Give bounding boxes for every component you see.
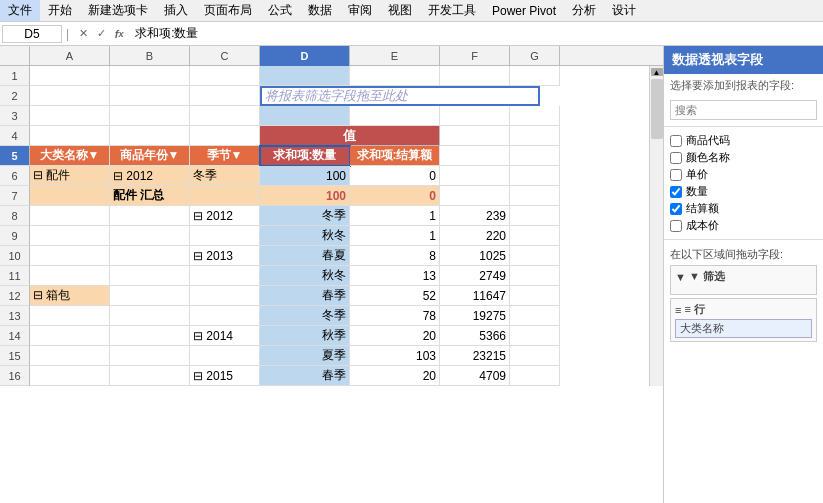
cell-g8[interactable] [510,206,560,226]
menu-powerpivot[interactable]: Power Pivot [484,2,564,20]
cell-a11[interactable] [30,266,110,286]
cell-e13[interactable]: 78 [350,306,440,326]
cell-d16[interactable]: 春季 [260,366,350,386]
field-item-4[interactable]: 数量 [670,183,817,200]
menu-formula[interactable]: 公式 [260,0,300,21]
field-checkbox-2[interactable] [670,152,682,164]
cell-b4[interactable] [110,126,190,146]
cell-a12[interactable]: ⊟ 箱包 [30,286,110,306]
cell-b3[interactable] [110,106,190,126]
cell-e5[interactable]: 求和项:结算额 [350,146,440,166]
cell-e7[interactable]: 0 [350,186,440,206]
cell-d12[interactable]: 春季 [260,286,350,306]
cell-b15[interactable] [110,346,190,366]
cell-e9[interactable]: 1 [350,226,440,246]
cell-a6[interactable]: ⊟ 配件 [30,166,110,186]
cell-f16[interactable]: 4709 [440,366,510,386]
cell-d9[interactable]: 秋冬 [260,226,350,246]
field-checkbox-1[interactable] [670,135,682,147]
cell-f1[interactable] [440,66,510,86]
insert-function-icon[interactable]: fx [111,26,127,42]
cell-e16[interactable]: 20 [350,366,440,386]
field-item-1[interactable]: 商品代码 [670,132,817,149]
cell-d10[interactable]: 春夏 [260,246,350,266]
cell-c2[interactable] [190,86,260,106]
row-box[interactable]: ≡ ≡ 行 大类名称 [670,298,817,342]
cell-a2[interactable] [30,86,110,106]
cell-c6[interactable]: 冬季 [190,166,260,186]
cell-b14[interactable] [110,326,190,346]
cell-f13[interactable]: 19275 [440,306,510,326]
col-header-f[interactable]: F [440,46,510,66]
confirm-formula-icon[interactable]: ✓ [93,26,109,42]
cell-d7[interactable]: 100 [260,186,350,206]
cell-f7[interactable] [440,186,510,206]
menu-devtools[interactable]: 开发工具 [420,0,484,21]
cell-a1[interactable] [30,66,110,86]
cell-a4[interactable] [30,126,110,146]
cell-d11[interactable]: 秋冬 [260,266,350,286]
cell-e8[interactable]: 1 [350,206,440,226]
cell-g9[interactable] [510,226,560,246]
cell-d3[interactable] [260,106,350,126]
cell-c14[interactable]: ⊟ 2014 [190,326,260,346]
cell-f4[interactable] [440,126,510,146]
menu-pagelayout[interactable]: 页面布局 [196,0,260,21]
col-header-d[interactable]: D [260,46,350,66]
col-header-e[interactable]: E [350,46,440,66]
cell-b11[interactable] [110,266,190,286]
cell-a7[interactable] [30,186,110,206]
cell-b1[interactable] [110,66,190,86]
col-header-a[interactable]: A [30,46,110,66]
menu-file[interactable]: 文件 [0,0,40,21]
cell-d2-merged[interactable]: 将报表筛选字段拖至此处 [260,86,540,106]
cell-e11[interactable]: 13 [350,266,440,286]
col-header-g[interactable]: G [510,46,560,66]
cell-e10[interactable]: 8 [350,246,440,266]
col-header-c[interactable]: C [190,46,260,66]
field-checkbox-3[interactable] [670,169,682,181]
cell-a10[interactable] [30,246,110,266]
cell-f5[interactable] [440,146,510,166]
menu-newtab[interactable]: 新建选项卡 [80,0,156,21]
cell-c10[interactable]: ⊟ 2013 [190,246,260,266]
scroll-up-btn[interactable]: ▲ [651,68,663,76]
cell-g6[interactable] [510,166,560,186]
cell-g7[interactable] [510,186,560,206]
vertical-scrollbar[interactable]: ▲ [649,66,663,386]
cell-d13[interactable]: 冬季 [260,306,350,326]
cell-g15[interactable] [510,346,560,366]
cell-b7[interactable]: 配件 汇总 [110,186,190,206]
cell-a15[interactable] [30,346,110,366]
field-item-2[interactable]: 颜色名称 [670,149,817,166]
cell-c11[interactable] [190,266,260,286]
cell-e1[interactable] [350,66,440,86]
cell-g1[interactable] [510,66,560,86]
cell-e12[interactable]: 52 [350,286,440,306]
cell-f9[interactable]: 220 [440,226,510,246]
cell-d1[interactable] [260,66,350,86]
cell-a5[interactable]: 大类名称▼ [30,146,110,166]
field-item-5[interactable]: 结算额 [670,200,817,217]
cell-c4[interactable] [190,126,260,146]
cell-c12[interactable] [190,286,260,306]
filter-box[interactable]: ▼ ▼ 筛选 [670,265,817,295]
cell-a13[interactable] [30,306,110,326]
cell-c9[interactable] [190,226,260,246]
menu-design[interactable]: 设计 [604,0,644,21]
menu-home[interactable]: 开始 [40,0,80,21]
cell-a14[interactable] [30,326,110,346]
col-header-b[interactable]: B [110,46,190,66]
cell-b9[interactable] [110,226,190,246]
cell-g16[interactable] [510,366,560,386]
cell-b12[interactable] [110,286,190,306]
cell-d8[interactable]: 冬季 [260,206,350,226]
cell-a16[interactable] [30,366,110,386]
cell-a8[interactable] [30,206,110,226]
cell-b5[interactable]: 商品年份▼ [110,146,190,166]
cell-c15[interactable] [190,346,260,366]
cell-reference-input[interactable] [2,25,62,43]
menu-data[interactable]: 数据 [300,0,340,21]
cell-g4[interactable] [510,126,560,146]
cell-b13[interactable] [110,306,190,326]
